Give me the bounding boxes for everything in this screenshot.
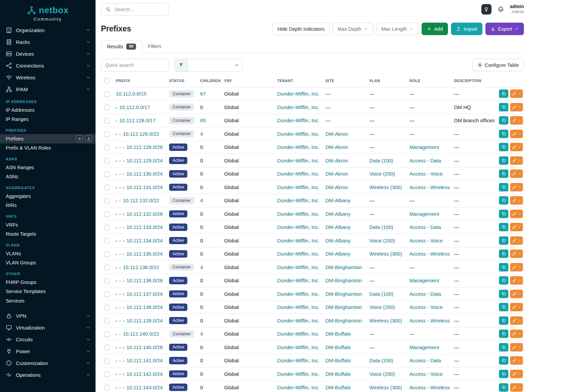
site-link[interactable]: DM-Akron [325,158,348,163]
column-header-status[interactable]: STATUS [166,76,197,87]
column-header-vrf[interactable]: VRF [221,76,274,87]
copy-button[interactable] [499,156,508,165]
role-link[interactable]: Management [409,144,439,150]
edit-button[interactable] [510,316,523,325]
quick-import-button[interactable] [85,135,92,142]
edit-button[interactable] [510,116,523,125]
children-count-link[interactable]: 65 [200,117,206,123]
column-header-site[interactable]: SITE [322,76,366,87]
site-link[interactable]: DM-Buffalo [325,371,351,377]
prefix-link[interactable]: 10.112.128.0/28 [127,144,163,150]
prefix-link[interactable]: 10.112.141.0/24 [127,358,163,363]
edit-button[interactable] [510,89,523,98]
row-checkbox[interactable] [104,265,110,270]
tenant-link[interactable]: Dunder-Mifflin, Inc. [277,358,320,363]
prefix-link[interactable]: 10.112.133.0/24 [127,224,163,230]
edit-button[interactable] [510,383,523,392]
tenant-link[interactable]: Dunder-Mifflin, Inc. [277,344,320,350]
sidebar-item-wireless[interactable]: Wireless [0,72,96,83]
row-checkbox[interactable] [104,92,110,97]
row-checkbox[interactable] [104,185,110,190]
sidebar-item-fhrp-groups[interactable]: FHRP Groups [0,278,96,287]
row-checkbox[interactable] [104,131,110,137]
role-link[interactable]: Access - Voice [409,171,443,177]
sidebar-item-ip-ranges[interactable]: IP Ranges [0,115,96,124]
notifications-button[interactable] [497,6,504,13]
copy-button[interactable] [499,263,508,271]
copy-button[interactable] [499,169,508,178]
site-link[interactable]: DM-Akron [325,131,348,137]
children-count-link[interactable]: 4 [200,198,203,203]
sidebar-item-rirs[interactable]: RIRs [0,201,96,210]
prefix-link[interactable]: 10.112.135.0/24 [127,251,163,257]
prefix-link[interactable]: 10.112.134.0/24 [127,238,163,243]
vlan-link[interactable]: Voice (200) [369,238,395,243]
prefix-link[interactable]: 10.112.130.0/24 [127,171,163,177]
row-checkbox[interactable] [104,158,110,163]
sidebar-item-ipam[interactable]: IPAM [0,83,96,95]
export-dropdown[interactable]: Export [485,23,524,35]
vlan-link[interactable]: Voice (200) [369,371,395,377]
site-link[interactable]: DM-Akron [325,171,348,177]
sidebar-item-circuits[interactable]: Circuits [0,334,96,345]
sidebar-item-vlan-groups[interactable]: VLAN Groups [0,258,96,268]
prefix-link[interactable]: 10.112.128.0/17 [119,117,156,123]
prefix-link[interactable]: 10.112.140.0/22 [123,331,159,337]
copy-button[interactable] [499,130,508,138]
edit-button[interactable] [510,156,523,165]
row-checkbox[interactable] [104,345,110,350]
sidebar-item-prefix-vlan-roles[interactable]: Prefix & VLAN Roles [0,143,96,153]
tenant-link[interactable]: Dunder-Mifflin, Inc. [277,117,320,123]
sidebar-item-ip-addresses[interactable]: IP Addresses [0,105,96,115]
tenant-link[interactable]: Dunder-Mifflin, Inc. [277,224,320,230]
edit-button[interactable] [510,103,523,111]
site-link[interactable]: DM-Buffalo [325,331,351,337]
copy-button[interactable] [499,330,508,338]
copy-button[interactable] [499,183,508,191]
edit-button[interactable] [510,250,523,258]
role-link[interactable]: Access - Voice [409,371,443,377]
vlan-link[interactable]: Wireless (300) [369,385,402,390]
edit-button[interactable] [510,130,523,138]
tenant-link[interactable]: Dunder-Mifflin, Inc. [277,278,320,283]
user-menu[interactable]: admin Admin [510,4,524,15]
tenant-link[interactable]: Dunder-Mifflin, Inc. [277,104,320,110]
prefix-link[interactable]: 10.112.128.0/22 [123,131,159,137]
site-link[interactable]: DM-Binghamton [325,291,362,297]
copy-button[interactable] [499,343,508,351]
global-search-input[interactable] [114,6,164,12]
theme-toggle-button[interactable] [481,4,491,15]
site-link[interactable]: DM-Albany [325,198,350,203]
role-link[interactable]: Access - Wireless [409,251,450,257]
edit-button[interactable] [510,370,523,378]
copy-button[interactable] [499,356,508,365]
edit-button[interactable] [510,196,523,205]
tenant-link[interactable]: Dunder-Mifflin, Inc. [277,131,320,137]
max-length-dropdown[interactable]: Max Length [376,23,419,35]
site-link[interactable]: DM-Binghamton [325,318,362,323]
hide-depth-indicators-button[interactable]: Hide Depth Indicators [272,23,329,35]
add-button[interactable]: Add [422,23,448,35]
tenant-link[interactable]: Dunder-Mifflin, Inc. [277,198,320,203]
saved-filter-select[interactable] [188,59,243,72]
copy-button[interactable] [499,316,508,325]
prefix-link[interactable]: 10.112.132.0/22 [123,198,159,203]
prefix-link[interactable]: 10.112.0.0/15 [116,91,147,97]
copy-button[interactable] [499,210,508,218]
copy-button[interactable] [499,303,508,311]
sidebar-item-asns[interactable]: ASNs [0,172,96,182]
row-checkbox[interactable] [104,145,110,150]
role-link[interactable]: Access - Voice [409,238,443,243]
tenant-link[interactable]: Dunder-Mifflin, Inc. [277,211,320,217]
prefix-link[interactable]: 10.112.129.0/24 [127,158,163,163]
role-link[interactable]: Access - Data [409,358,441,363]
copy-button[interactable] [499,383,508,392]
site-link[interactable]: DM-Binghamton [325,304,362,310]
row-checkbox[interactable] [104,211,110,217]
column-header-prefix[interactable]: PREFIX [112,76,166,87]
column-header-description[interactable]: DESCRIPTION [451,76,496,87]
role-link[interactable]: Access - Data [409,224,441,230]
role-link[interactable]: Management [409,278,439,283]
row-checkbox[interactable] [104,118,110,124]
sidebar-item-route-targets[interactable]: Route Targets [0,230,96,239]
